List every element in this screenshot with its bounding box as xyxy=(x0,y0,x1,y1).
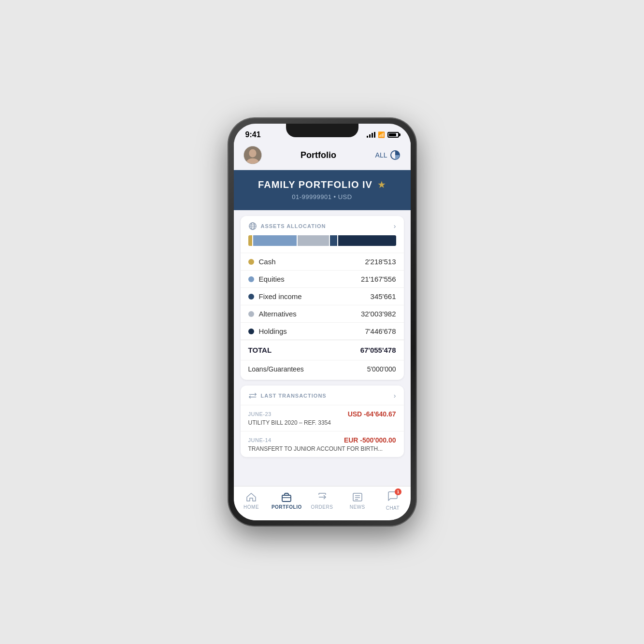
transaction-row-2[interactable]: JUNE-14 EUR -500'000.00 TRANSFERT TO JUN… xyxy=(241,431,404,457)
loans-value: 5'000'000 xyxy=(367,365,396,373)
transactions-chevron-icon[interactable]: › xyxy=(394,392,396,400)
holdings-dot xyxy=(248,329,254,334)
allocation-bar xyxy=(248,235,396,246)
favorite-star-icon[interactable]: ★ xyxy=(377,179,386,190)
alternatives-dot xyxy=(248,311,254,317)
page-title: Portfolio xyxy=(301,150,336,160)
transaction-row-1[interactable]: JUNE-23 USD -64'640.67 UTILITY BILL 2020… xyxy=(241,405,404,431)
bar-holdings xyxy=(338,235,396,246)
bottom-navigation: HOME PORTFOLIO ORDERS xyxy=(234,486,411,520)
transactions-header[interactable]: LAST TRANSACTIONS › xyxy=(241,386,404,405)
battery-icon xyxy=(387,132,399,138)
loans-row[interactable]: Loans/Guarantees 5'000'000 xyxy=(241,360,404,380)
nav-news[interactable]: NEWS xyxy=(340,491,375,510)
app-header: Portfolio ALL xyxy=(234,142,411,170)
total-value: 67'055'478 xyxy=(360,346,396,354)
asset-row-holdings[interactable]: Holdings 7'446'678 xyxy=(241,322,404,340)
tx1-date: JUNE-23 xyxy=(248,411,272,417)
chat-badge: 1 xyxy=(395,488,401,495)
equities-label: Equities xyxy=(259,275,285,283)
total-row: TOTAL 67'055'478 xyxy=(241,340,404,360)
fixed-label: Fixed income xyxy=(259,292,302,301)
transactions-icon xyxy=(248,391,257,400)
portfolio-currency: USD xyxy=(338,193,352,200)
assets-section-label: ASSETS ALLOCATION xyxy=(261,223,326,229)
assets-allocation-card: ASSETS ALLOCATION › Cash xyxy=(241,216,404,380)
nav-chat-label: CHAT xyxy=(386,505,400,511)
nav-portfolio-label: PORTFOLIO xyxy=(272,504,302,510)
notch xyxy=(286,124,358,137)
total-label: TOTAL xyxy=(248,346,272,354)
bar-cash xyxy=(248,235,253,246)
alternatives-value: 32'003'982 xyxy=(361,310,396,318)
orders-icon xyxy=(316,491,328,503)
asset-row-fixed[interactable]: Fixed income 345'661 xyxy=(241,287,404,305)
nav-portfolio[interactable]: PORTFOLIO xyxy=(269,491,304,510)
bar-equities xyxy=(253,235,296,246)
filter-label[interactable]: ALL xyxy=(375,151,387,159)
portfolio-separator: • xyxy=(334,193,338,200)
status-icons: 📶 xyxy=(367,131,399,138)
portfolio-subtitle: 01-99999901 • USD xyxy=(243,193,401,200)
equities-dot xyxy=(248,276,254,282)
cash-dot xyxy=(248,259,254,265)
loans-label: Loans/Guarantees xyxy=(248,365,304,373)
equities-value: 21'167'556 xyxy=(361,275,396,283)
asset-row-cash[interactable]: Cash 2'218'513 xyxy=(241,253,404,270)
nav-chat[interactable]: 1 CHAT xyxy=(375,490,410,511)
news-icon xyxy=(352,491,363,503)
tx2-description: TRANSFERT TO JUNIOR ACCOUNT FOR BIRTH... xyxy=(248,445,396,452)
asset-row-equities[interactable]: Equities 21'167'556 xyxy=(241,270,404,287)
screen-content[interactable]: FAMILY PORTFOLIO IV ★ 01-99999901 • USD xyxy=(234,170,411,520)
phone-screen: 9:41 📶 xyxy=(234,124,411,520)
bar-alternatives xyxy=(298,235,329,246)
home-icon xyxy=(245,491,257,503)
tx1-description: UTILITY BILL 2020 – REF. 3354 xyxy=(248,419,396,426)
nav-home-label: HOME xyxy=(243,504,259,510)
header-filter[interactable]: ALL xyxy=(375,150,401,160)
assets-allocation-header[interactable]: ASSETS ALLOCATION › xyxy=(241,216,404,235)
fixed-dot xyxy=(248,294,254,300)
fixed-value: 345'661 xyxy=(371,292,396,301)
alternatives-label: Alternatives xyxy=(259,310,297,318)
transactions-section-label: LAST TRANSACTIONS xyxy=(261,393,327,399)
nav-home[interactable]: HOME xyxy=(234,491,269,510)
holdings-value: 7'446'678 xyxy=(365,327,396,335)
nav-orders-label: ORDERS xyxy=(311,504,333,510)
tx2-amount: EUR -500'000.00 xyxy=(344,436,396,444)
pie-chart-icon[interactable] xyxy=(390,150,401,160)
nav-news-label: NEWS xyxy=(350,504,365,510)
globe-icon xyxy=(248,222,257,230)
cash-label: Cash xyxy=(259,258,276,266)
transactions-card: LAST TRANSACTIONS › JUNE-23 USD -64'640.… xyxy=(241,386,404,457)
svg-rect-9 xyxy=(282,495,291,501)
chevron-right-icon[interactable]: › xyxy=(394,222,396,230)
wifi-icon: 📶 xyxy=(378,131,385,138)
bar-fixed xyxy=(330,235,337,246)
portfolio-banner: FAMILY PORTFOLIO IV ★ 01-99999901 • USD xyxy=(234,170,411,210)
nav-orders[interactable]: ORDERS xyxy=(304,491,340,510)
svg-point-1 xyxy=(249,149,256,157)
portfolio-account: 01-99999901 xyxy=(292,193,331,200)
asset-row-alternatives[interactable]: Alternatives 32'003'982 xyxy=(241,305,404,322)
status-time: 9:41 xyxy=(245,130,261,139)
portfolio-name: FAMILY PORTFOLIO IV xyxy=(258,179,372,190)
cash-value: 2'218'513 xyxy=(365,258,396,266)
phone-frame: 9:41 📶 xyxy=(228,118,416,526)
avatar[interactable] xyxy=(243,146,262,164)
holdings-label: Holdings xyxy=(259,327,287,335)
portfolio-icon xyxy=(281,491,292,503)
tx2-date: JUNE-14 xyxy=(248,437,272,443)
signal-icon xyxy=(367,132,375,138)
tx1-amount: USD -64'640.67 xyxy=(348,410,396,418)
